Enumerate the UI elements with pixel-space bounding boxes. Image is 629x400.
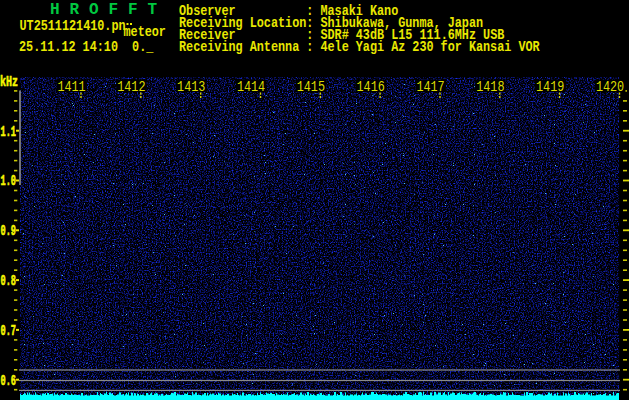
svg-text:0.6: 0.6 bbox=[1, 373, 17, 389]
svg-text:UT2511121410.pn: UT2511121410.pn bbox=[20, 18, 126, 34]
svg-text:: 4ele Yagi Az 230 for Kansai: : 4ele Yagi Az 230 for Kansai VOR bbox=[306, 39, 540, 55]
svg-text:H R O F F T: H R O F F T bbox=[50, 1, 157, 19]
svg-text:kHz: kHz bbox=[0, 74, 18, 91]
svg-text:0.8: 0.8 bbox=[1, 273, 17, 289]
svg-text:1.1: 1.1 bbox=[1, 124, 17, 140]
svg-text:0.9: 0.9 bbox=[1, 223, 17, 239]
svg-text:25.11.12 14:10 0._: 25.11.12 14:10 0._ bbox=[19, 39, 154, 55]
svg-text:Receiving Antenna: Receiving Antenna bbox=[179, 39, 300, 55]
svg-text:0.7: 0.7 bbox=[1, 323, 17, 339]
svg-text:1.0: 1.0 bbox=[1, 173, 17, 189]
